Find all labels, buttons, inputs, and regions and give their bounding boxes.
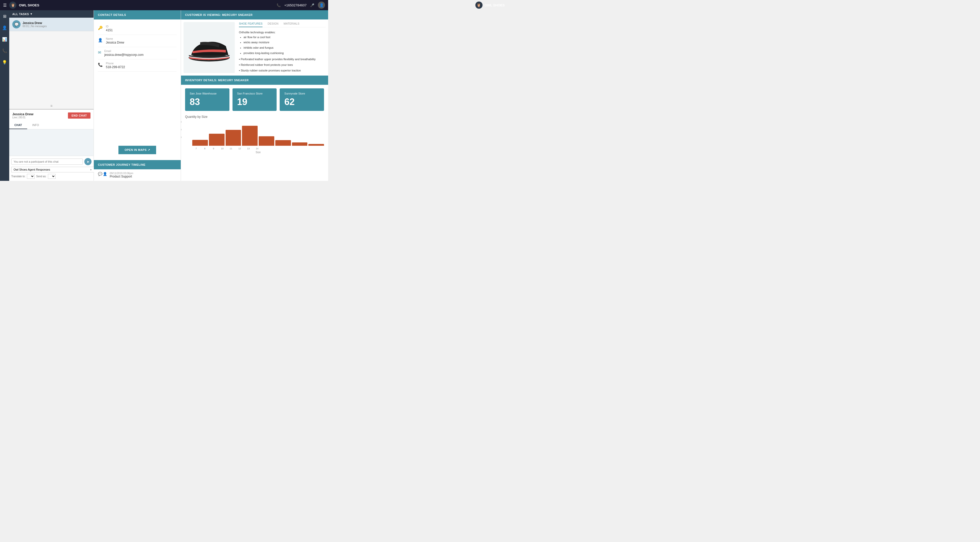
nav-user-icon[interactable]: 👤 — [1, 24, 8, 31]
chat-info: Jessica Drew 00:01 | No messages — [22, 21, 91, 28]
shoe-image-container — [183, 22, 235, 73]
send-as-label: Send as: — [36, 175, 46, 178]
nav-sidebar: ⊞ 👤 📊 📞 💡 — [0, 10, 9, 181]
nav-chart-icon[interactable]: 📊 — [1, 36, 8, 43]
chat-sidebar: ALL TASKS ▾ 💬 Jessica Drew 00:01 | No me… — [9, 10, 94, 181]
chat-list-empty — [9, 31, 94, 103]
id-field-content: ID 4151 — [106, 25, 113, 32]
mic-icon[interactable]: 🎤 — [310, 3, 314, 7]
journey-chat-icon: 💬 — [98, 172, 102, 176]
bar-size-label: 9 — [210, 147, 217, 150]
contact-field-email: ✉ Email jessica.drew@hspycorp.com — [98, 47, 177, 59]
shoe-features: Ortholite technology enables: air flow f… — [239, 30, 326, 73]
chart-bar[interactable] — [275, 140, 291, 146]
agent-responses-select[interactable]: Owl Shoes Agent Responses — [11, 167, 95, 173]
chart-bar[interactable] — [309, 144, 324, 146]
viewing-content: SHOE FEATURES DESIGN MATERIALS Ortholite… — [181, 19, 328, 76]
chat-tabs: CHAT INFO — [9, 121, 94, 129]
all-tasks-header[interactable]: ALL TASKS ▾ — [9, 10, 94, 17]
features-sub-list: air flow for a cool foot wicks away mois… — [243, 35, 326, 55]
shoe-details: SHOE FEATURES DESIGN MATERIALS Ortholite… — [239, 22, 326, 73]
main-content: CONTACT DETAILS 🔑 ID 4151 👤 Name Jess — [94, 10, 328, 181]
contact-panel: CONTACT DETAILS 🔑 ID 4151 👤 Name Jess — [94, 10, 181, 181]
bar-size-label: 14 — [253, 147, 261, 150]
journey-header: CUSTOMER JOURNEY TIMELINE — [94, 160, 181, 169]
open-maps-button[interactable]: OPEN IN MAPS ↗ — [118, 146, 156, 154]
phone-field-content: Phone 518-299-8722 — [106, 62, 125, 69]
journey-user-icon: 👤 — [103, 172, 107, 176]
journey-time: 09/11/2019 03:06pm — [110, 172, 133, 175]
chat-input-area: ➤ Owl Shoes Agent Responses ▾ Translate … — [9, 156, 94, 181]
journey-item: 💬 👤 09/11/2019 03:06pm Product Support — [94, 169, 181, 181]
select-arrow-icon: ▾ — [90, 168, 92, 171]
store-name-1: San Francisco Store — [237, 92, 272, 95]
y-label-0: 0 — [181, 144, 181, 146]
chat-input[interactable] — [11, 158, 83, 165]
tab-info[interactable]: INFO — [27, 121, 44, 129]
bar-size-label: 7 — [192, 147, 200, 150]
inventory-header: INVENTORY DETAILS: MERCURY SNEAKER — [181, 76, 328, 85]
nav-lightbulb-icon[interactable]: 💡 — [1, 59, 8, 66]
shoe-tab-design[interactable]: DESIGN — [267, 22, 278, 27]
chart-bar[interactable] — [192, 140, 208, 146]
chat-meta: 00:01 | No messages — [22, 25, 91, 28]
bar-size-label: 13 — [245, 147, 252, 150]
name-field-content: Name Jessica Drew — [106, 37, 124, 44]
bar-size-label: 8 — [201, 147, 208, 150]
feature-item: provides long-lasting cushioning — [243, 51, 326, 55]
bar-labels: 7891011121314 — [192, 147, 324, 150]
translate-select[interactable] — [27, 174, 35, 179]
chat-input-row: ➤ — [11, 158, 92, 165]
chat-item[interactable]: 💬 Jessica Drew 00:01 | No messages — [9, 17, 94, 31]
id-label: ID — [106, 25, 113, 28]
feature-bullet: • Reinforced rubber front protects your … — [239, 62, 326, 67]
chat-user-name: Jessica Drew — [12, 112, 33, 116]
phone-icon: 📞 — [98, 62, 103, 67]
header-left: ☰ 🦉 OWL SHOES — [3, 2, 39, 9]
top-header: ☰ 🦉 OWL SHOES 🦉 OWL SHOES 📞 +16502784607… — [0, 0, 328, 10]
store-count-2: 62 — [284, 97, 320, 107]
chart-bar[interactable] — [226, 130, 241, 146]
chart-bar[interactable] — [259, 136, 274, 146]
shoe-tab-features[interactable]: SHOE FEATURES — [239, 22, 262, 27]
owl-logo: 🦉 — [9, 2, 16, 9]
y-label-40: 40 — [181, 128, 181, 131]
chart-bar[interactable] — [209, 134, 224, 146]
inventory-panel: INVENTORY DETAILS: MERCURY SNEAKER San J… — [181, 76, 328, 181]
contact-fields: 🔑 ID 4151 👤 Name Jessica Drew — [94, 19, 181, 140]
contact-field-id: 🔑 ID 4151 — [98, 22, 177, 35]
send-as-select[interactable] — [48, 174, 56, 179]
inventory-cards: San Jose Warehouse 83 San Francisco Stor… — [185, 88, 324, 111]
features-bullets: • Perforated leather upper provides flex… — [239, 57, 326, 73]
translate-label: Translate to: — [11, 175, 25, 178]
menu-divider-icon: ≡ — [9, 103, 94, 109]
nav-layers-icon[interactable]: ⊞ — [2, 13, 8, 20]
feature-item: wicks away moisture — [243, 40, 326, 45]
feature-item: air flow for a cool foot — [243, 35, 326, 40]
shoe-image — [186, 30, 232, 65]
inventory-card-2: Sunnyvale Store 62 — [280, 88, 324, 111]
chart-y-axis: 60 40 20 0 — [181, 120, 181, 146]
hamburger-icon[interactable]: ☰ — [3, 3, 7, 8]
shoe-tab-materials[interactable]: MATERIALS — [283, 22, 299, 27]
feature-item: inhibits odor and fungus — [243, 45, 326, 50]
email-field-content: Email jessica.drew@hspycorp.com — [104, 50, 143, 57]
inventory-card-1: San Francisco Store 19 — [232, 88, 277, 111]
shoe-tabs: SHOE FEATURES DESIGN MATERIALS — [239, 22, 326, 27]
email-label: Email — [104, 50, 143, 52]
chart-bar[interactable] — [292, 143, 308, 146]
store-name-2: Sunnyvale Store — [284, 92, 320, 95]
bar-size-label: 12 — [236, 147, 243, 150]
translate-row: Translate to: Send as: — [11, 174, 92, 179]
chart-bar[interactable] — [242, 126, 258, 146]
nav-phone-icon[interactable]: 📞 — [1, 48, 8, 54]
journey-panel: CUSTOMER JOURNEY TIMELINE 💬 👤 09/11/2019… — [94, 160, 181, 181]
journey-label: Product Support — [110, 175, 133, 178]
user-avatar[interactable]: 👤 — [318, 2, 325, 9]
feature-bullet: • Sturdy rubber outsole promises superio… — [239, 68, 326, 73]
send-button[interactable]: ➤ — [84, 158, 92, 165]
end-chat-button[interactable]: END CHAT — [68, 113, 91, 119]
tab-chat[interactable]: CHAT — [9, 121, 27, 129]
contact-field-phone: 📞 Phone 518-299-8722 — [98, 59, 177, 72]
header-right: 📞 +16502784607 🎤 👤 — [277, 2, 325, 9]
